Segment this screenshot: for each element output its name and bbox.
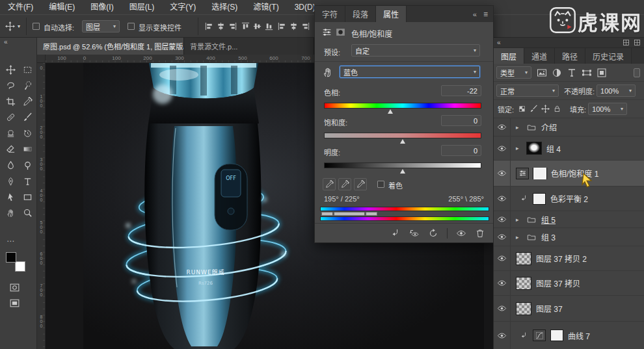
tool-brush[interactable] <box>20 110 34 124</box>
tab-history[interactable]: 历史记录 <box>585 48 632 64</box>
visibility-toggle[interactable] <box>494 161 511 186</box>
lock-transparency-icon[interactable] <box>518 105 526 113</box>
tool-eyedropper[interactable] <box>20 94 34 109</box>
fill-field[interactable]: 100% ▾ <box>588 103 627 115</box>
layer-thumbnail[interactable] <box>516 277 531 290</box>
visibility-toggle[interactable] <box>494 246 511 270</box>
foreground-color-swatch[interactable] <box>6 252 16 263</box>
tool-pen[interactable] <box>3 174 18 188</box>
eyedropper-add-button[interactable] <box>338 178 351 190</box>
saturation-slider-handle[interactable] <box>400 139 405 144</box>
align-horizontal-centers-icon[interactable] <box>216 21 226 31</box>
tool-move[interactable] <box>3 62 18 77</box>
curves-layer-thumbnail[interactable] <box>533 330 546 341</box>
lightness-slider-handle[interactable] <box>400 169 405 174</box>
quick-mask-icon[interactable] <box>9 282 20 293</box>
lightness-value-field[interactable]: 0 <box>441 145 481 156</box>
visibility-toggle[interactable] <box>494 271 511 295</box>
visibility-toggle[interactable] <box>494 322 511 349</box>
layer-row-pixel[interactable]: 图层 37 拷贝 2 <box>494 246 644 271</box>
distribute-center-icon[interactable] <box>289 21 299 31</box>
distribute-right-icon[interactable] <box>301 21 310 31</box>
align-top-edges-icon[interactable] <box>241 21 250 31</box>
colorize-checkbox[interactable] <box>377 181 384 188</box>
layer-row-adjustment[interactable]: 曲线 7 <box>494 322 644 349</box>
layer-filter-toggle[interactable] <box>634 68 640 77</box>
filter-adjustment-layers-icon[interactable] <box>552 68 562 78</box>
opacity-field[interactable]: 100% ▾ <box>597 84 636 97</box>
menu-item-image[interactable]: 图像(I) <box>83 0 121 14</box>
expand-group-icon[interactable]: ▸ <box>516 124 522 131</box>
toggle-visibility-icon[interactable] <box>456 228 466 239</box>
layer-thumbnail[interactable] <box>516 252 531 265</box>
eyedropper-sample-button[interactable] <box>323 178 336 190</box>
distribute-left-icon[interactable] <box>277 21 287 31</box>
filter-shape-layers-icon[interactable] <box>582 68 592 78</box>
mask-panel-icon[interactable] <box>335 27 346 38</box>
collapse-panel-icon[interactable]: « <box>473 10 477 18</box>
tool-blur[interactable] <box>3 158 18 172</box>
tab-properties[interactable]: 属性 <box>376 6 407 22</box>
tab-layers[interactable]: 图层 <box>494 48 524 64</box>
layer-mask-thumbnail[interactable] <box>533 193 546 205</box>
layer-thumbnail[interactable] <box>516 302 531 315</box>
collapse-toolbar-icon[interactable]: « <box>4 38 8 45</box>
tab-paragraph[interactable]: 段落 <box>345 6 376 22</box>
lightness-slider[interactable] <box>324 162 481 168</box>
align-left-edges-icon[interactable] <box>204 21 214 31</box>
targeted-adjustment-icon[interactable] <box>322 66 334 78</box>
filter-type-dropdown[interactable]: 类型 ▾ <box>496 66 531 79</box>
tool-crop[interactable] <box>3 94 18 109</box>
range-handle[interactable] <box>364 212 366 216</box>
auto-select-checkbox[interactable] <box>33 23 40 30</box>
background-color-swatch[interactable] <box>15 261 25 272</box>
auto-select-scope-dropdown[interactable]: 图层 ▾ <box>82 20 120 32</box>
hue-value-field[interactable]: -22 <box>441 85 481 96</box>
color-swatches[interactable] <box>6 252 25 272</box>
panel-menu-icon[interactable]: ≡ <box>483 10 488 19</box>
visibility-toggle[interactable] <box>494 118 511 136</box>
visibility-toggle[interactable] <box>494 296 511 321</box>
tool-dodge[interactable] <box>20 158 34 172</box>
tool-type[interactable] <box>20 174 34 188</box>
layer-row-group[interactable]: ▸组 3 <box>494 228 644 246</box>
tool-healing-brush[interactable] <box>3 110 18 124</box>
tab-channels[interactable]: 通道 <box>524 48 555 64</box>
filter-smart-objects-icon[interactable] <box>597 68 607 78</box>
align-bottom-edges-icon[interactable] <box>264 21 274 31</box>
tool-eraser[interactable] <box>3 142 18 156</box>
align-right-edges-icon[interactable] <box>228 21 237 31</box>
clip-to-layer-icon[interactable] <box>390 228 401 239</box>
menu-item-file[interactable]: 文件(F) <box>0 0 41 14</box>
visibility-toggle[interactable] <box>494 211 511 227</box>
expand-group-icon[interactable]: ▸ <box>516 234 522 240</box>
layer-row-group[interactable]: ▸组 5 <box>494 211 644 228</box>
tool-hand[interactable] <box>3 205 18 220</box>
tool-shape[interactable] <box>20 190 34 204</box>
tool-gradient[interactable] <box>20 142 34 156</box>
preset-dropdown[interactable]: 自定 ▾ <box>351 44 480 57</box>
group-mask-thumbnail[interactable] <box>526 142 542 155</box>
screen-mode-icon[interactable] <box>9 298 20 309</box>
view-previous-state-icon[interactable] <box>409 228 420 239</box>
lock-position-icon[interactable] <box>541 105 550 113</box>
saturation-slider[interactable] <box>324 133 481 138</box>
menu-item-select[interactable]: 选择(S) <box>204 0 245 14</box>
lock-all-icon[interactable] <box>553 105 561 113</box>
tool-path-select[interactable] <box>3 190 18 204</box>
layer-row-pixel[interactable]: 图层 37 <box>494 296 644 322</box>
layer-mask-thumbnail[interactable] <box>550 330 563 341</box>
delete-adjustment-icon[interactable] <box>475 228 485 239</box>
tool-history-brush[interactable] <box>20 126 34 140</box>
lock-pixels-icon[interactable] <box>530 105 538 113</box>
edit-toolbar-icon[interactable]: ⋯ <box>7 237 14 246</box>
filter-pixel-layers-icon[interactable] <box>537 68 547 78</box>
tool-clone-stamp[interactable] <box>3 126 18 140</box>
document-tab-active[interactable]: 原图.psd @ 52.6% (色相/饱和度 1, 图层蒙版/8) * × <box>37 38 184 55</box>
layer-row-adjustment[interactable]: 色彩平衡 2 <box>494 187 644 211</box>
document-tab-inactive[interactable]: 背景源文件.p... <box>184 38 314 55</box>
tab-paths[interactable]: 路径 <box>555 48 585 64</box>
collapse-dock-icon[interactable]: « <box>497 39 501 46</box>
menu-item-type[interactable]: 文字(Y) <box>162 0 204 14</box>
tool-marquee[interactable] <box>20 62 34 77</box>
